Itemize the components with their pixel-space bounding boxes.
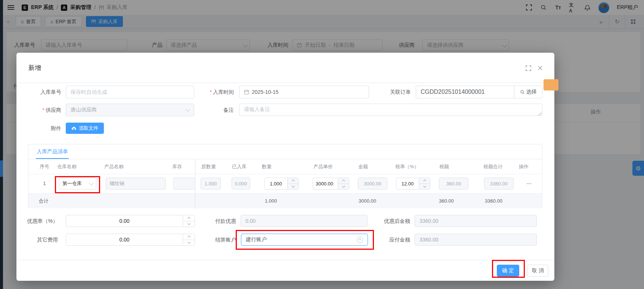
increase-button[interactable]	[338, 178, 349, 184]
totals-row: 合计 1.000 3000.00 360.00 3360.00	[28, 193, 542, 208]
totals-tax: 360.00	[439, 194, 454, 209]
tax-total-input: 3360.00	[484, 178, 514, 190]
tax-rate-value[interactable]: 12.00	[396, 178, 419, 189]
calendar-icon	[244, 89, 249, 95]
decrease-button[interactable]	[419, 184, 430, 190]
col-tax-total: 税额合计	[483, 159, 503, 174]
cancel-button[interactable]: 取 消	[527, 265, 548, 277]
totals-amount: 3000.00	[359, 194, 376, 209]
related-order-label: 关联订单	[364, 86, 411, 98]
increase-button[interactable]	[288, 178, 298, 184]
settlement-account-label: 结算账户	[196, 233, 236, 246]
attachment-label: 附件	[24, 122, 61, 135]
qty-value[interactable]: 1.000	[264, 178, 287, 189]
discount-rate-value[interactable]: 0.00	[66, 215, 183, 227]
warehouse-select[interactable]: 第一仓库	[59, 178, 96, 190]
product-list-tabs: 入库产品清单	[28, 144, 542, 159]
received-qty-input: 0.000	[232, 178, 250, 190]
inbound-product-list-card: 入库产品清单 序号 仓库名称 产品名称 库存 原数量 已入库 数量 产品单价 金…	[28, 144, 542, 208]
related-order-group: 选择	[416, 86, 542, 98]
related-order-input-field[interactable]	[421, 89, 510, 95]
discount-rate-number-input[interactable]: 0.00	[66, 215, 195, 227]
unit-price-spinner	[338, 178, 349, 189]
unit-price-value[interactable]: 3000.00	[313, 178, 338, 189]
other-fee-number-input[interactable]: 0.00	[66, 234, 195, 246]
bill-no-label: 入库单号	[24, 86, 61, 98]
increase-button[interactable]	[183, 215, 195, 221]
discount-rate-label: 优惠率（%）	[21, 215, 58, 227]
bill-no-input[interactable]	[66, 86, 194, 98]
col-original-qty: 原数量	[201, 159, 216, 174]
col-index: 序号	[35, 159, 54, 174]
upload-file-button[interactable]: 选取文件	[66, 123, 104, 134]
required-mark: *	[43, 107, 44, 113]
col-tax-rate: 税率（%）	[395, 159, 419, 174]
qty-number-input[interactable]: 1.000	[264, 178, 299, 190]
row-index: 1	[35, 174, 54, 193]
product-name-input: 螺纹钢	[106, 178, 166, 190]
decrease-button[interactable]	[183, 240, 195, 246]
tab-inbound-product-list[interactable]: 入库产品清单	[36, 144, 69, 159]
required-mark: *	[210, 89, 212, 95]
remark-label: 备注	[185, 104, 234, 116]
increase-button[interactable]	[183, 234, 195, 240]
col-operation: 操作	[519, 159, 529, 174]
tax-rate-spinner	[419, 178, 430, 189]
table-header-border	[28, 174, 542, 174]
after-discount-label: 优惠后金额	[359, 215, 410, 227]
payment-discount-input: 0.00	[241, 215, 368, 227]
dialog-close-icon[interactable]	[537, 65, 543, 71]
tax-amount-input: 360.00	[439, 178, 468, 190]
tax-rate-number-input[interactable]: 12.00	[396, 178, 430, 190]
inbound-time-label: *入库时间	[185, 86, 234, 98]
confirm-button[interactable]: 确 定	[497, 265, 519, 277]
after-discount-input: 3360.00	[415, 215, 537, 227]
decrease-button[interactable]	[288, 184, 298, 190]
textarea-resize-handle[interactable]	[538, 112, 542, 116]
remark-textarea[interactable]	[239, 104, 542, 116]
col-qty: 数量	[262, 159, 272, 174]
fixed-column-divider	[195, 159, 195, 209]
payable-amount-input: 3360.00	[415, 234, 537, 246]
other-fee-spinner	[183, 234, 195, 245]
supplier-label: *供应商	[24, 104, 61, 116]
totals-qty: 1.000	[265, 194, 277, 209]
decrease-button[interactable]	[338, 184, 349, 190]
warehouse-value: 第一仓库	[62, 180, 82, 187]
related-order-input[interactable]	[416, 86, 514, 98]
settlement-account-field[interactable]	[246, 237, 354, 243]
col-product: 产品名称	[104, 159, 124, 174]
supplier-select: 唐山供应商	[66, 104, 194, 116]
payable-amount-label: 应付金额	[359, 233, 410, 246]
decrease-button[interactable]	[183, 221, 195, 227]
dialog-title: 新增	[28, 53, 41, 83]
other-fee-value[interactable]: 0.00	[66, 234, 183, 245]
bill-no-input-field[interactable]	[71, 89, 189, 95]
original-qty-input: 1.000	[201, 178, 221, 190]
totals-label: 合计	[39, 194, 49, 209]
inbound-time-datepicker[interactable]: 2025-10-15	[239, 86, 369, 98]
qty-spinner	[287, 178, 298, 189]
inbound-time-value: 2025-10-15	[252, 89, 279, 95]
dialog-footer: 确 定 取 消	[16, 260, 554, 281]
row-operation-dash: —	[518, 174, 540, 193]
increase-button[interactable]	[419, 178, 430, 184]
order-select-button[interactable]: 选择	[514, 86, 542, 98]
discount-rate-spinner	[183, 215, 195, 227]
col-warehouse: 仓库名称	[57, 159, 77, 174]
payment-discount-label: 付款优惠	[196, 215, 236, 227]
dialog-header: 新增	[16, 53, 554, 83]
supplier-value: 唐山供应商	[71, 107, 97, 113]
other-fee-label: 其它费用	[21, 233, 58, 246]
totals-tax-total: 3360.00	[485, 194, 502, 209]
upload-cloud-icon	[71, 126, 77, 131]
orange-button-fragment[interactable]	[544, 79, 558, 90]
dialog-fullscreen-icon[interactable]	[525, 65, 531, 71]
unit-price-number-input[interactable]: 3000.00	[313, 178, 349, 190]
amount-input: 3000.00	[358, 178, 387, 190]
search-icon	[520, 90, 525, 95]
add-inbound-dialog: 新增 入库单号 *入库时间 2025-10-15 关联订单 选择	[16, 53, 554, 281]
settlement-account-input[interactable]: ✕	[241, 234, 368, 246]
stock-input	[173, 178, 195, 190]
col-tax: 税额	[439, 159, 449, 174]
